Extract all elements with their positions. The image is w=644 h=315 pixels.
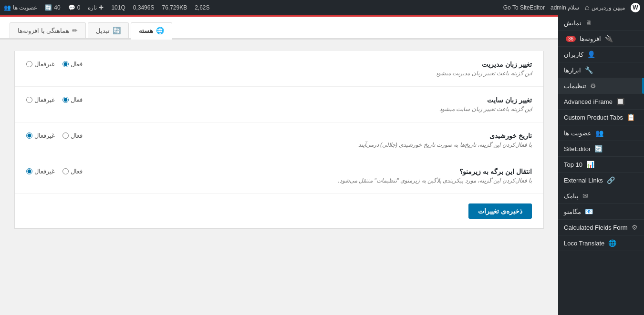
sidebar-item-users[interactable]: 👤 کاربران [558, 47, 644, 62]
home-icon: ⌂ [585, 3, 590, 12]
radio-inactive-input-site-lang[interactable] [26, 97, 32, 103]
comment-icon: 💬 [68, 4, 75, 11]
tab-label-convert: تبدیل [96, 27, 110, 34]
tab-label-core: هسته [139, 27, 153, 34]
radio-inactive-submenu[interactable]: غیرفعال [26, 168, 55, 175]
setting-desc-jalali-date: با فعال‌کردن این گزینه، تاریخ‌ها به صورت… [358, 142, 532, 148]
sidebar-label-payamak: پیامک [564, 193, 579, 200]
radio-active-input-site-lang[interactable] [62, 97, 69, 103]
sidebar-label-site-editor: SiteEditor [564, 145, 591, 152]
sidebar-label-display: نمایش [564, 20, 582, 27]
sidebar-icon-tools: 🔧 [585, 66, 593, 74]
radio-active-label-submenu: فعال [71, 168, 83, 175]
stats-memory: 76,729KB [162, 4, 187, 11]
sidebar-label-settings: تنظیمات [564, 82, 586, 90]
members-icon: 👥 [4, 4, 11, 11]
sidebar-item-loco-translate[interactable]: 🌐 Loco Translate [558, 235, 644, 251]
sidebar-item-tools[interactable]: 🔧 ابزارها [558, 62, 644, 78]
sidebar-label-plugins: افزونه‌ها [580, 35, 601, 42]
sidebar-item-custom-product-tabs[interactable]: 📋 Custom Product Tabs [558, 110, 644, 125]
setting-row-jalali-date: تاریخ خورشیدی با فعال‌کردن این گزینه، تا… [15, 122, 543, 158]
sidebar-icon-custom-product-tabs: 📋 [627, 113, 635, 121]
sidebar-label-calculated-fields: Calculated Fields Form [564, 224, 628, 231]
tab-sync[interactable]: ✏ هماهنگی با افزونه‌ها [10, 22, 86, 38]
setting-title-admin-lang: تغییر زبان مدیریت [436, 61, 532, 68]
sidebar-item-plugins[interactable]: 🔌 افزونه‌ها 36 [558, 31, 644, 47]
goto-siteeditor[interactable]: Go To SiteEditor [503, 4, 545, 11]
tab-icon-core: 🌐 [156, 27, 164, 34]
sidebar-label-magano: مگامنو [564, 208, 581, 215]
radio-inactive-input-submenu[interactable] [26, 168, 32, 174]
tab-convert[interactable]: 🔄 تبدیل [88, 22, 129, 38]
tab-icon-convert: 🔄 [113, 27, 121, 34]
setting-label-submenu: انتقال این برگه به زیرمنو؟ با فعال‌کردن … [338, 168, 532, 184]
setting-label-jalali-date: تاریخ خورشیدی با فعال‌کردن این گزینه، تا… [358, 132, 532, 148]
radio-active-label-admin-lang: فعال [71, 61, 83, 68]
radio-inactive-label-site-lang: غیرفعال [34, 96, 55, 103]
setting-row-submenu: انتقال این برگه به زیرمنو؟ با فعال‌کردن … [15, 158, 543, 194]
fresh-label[interactable]: ✚ تازه [88, 4, 104, 11]
radio-inactive-jalali-date[interactable]: غیرفعال [26, 132, 55, 139]
plugin-tabs: 🌐 هسته 🔄 تبدیل ✏ هماهنگی با افزونه‌ها [0, 17, 558, 40]
setting-desc-admin-lang: این گزینه باعث تغییر زبان مدیریت میشود [436, 70, 532, 77]
sidebar-icon-magano: 📧 [585, 208, 593, 215]
radio-group-submenu: فعال غیرفعال [26, 168, 83, 175]
radio-inactive-input-admin-lang[interactable] [26, 61, 32, 67]
sidebar-item-site-editor[interactable]: 🔄 SiteEditor [558, 141, 644, 157]
radio-active-submenu[interactable]: فعال [62, 168, 83, 175]
sidebar-item-calculated-fields[interactable]: ⚙ Calculated Fields Form [558, 220, 644, 235]
radio-active-input-admin-lang[interactable] [62, 61, 69, 67]
tab-core[interactable]: 🌐 هسته [131, 22, 172, 40]
sidebar-icon-plugins: 🔌 [605, 35, 613, 42]
radio-group-site-lang: فعال غیرفعال [26, 96, 83, 103]
sidebar-label-custom-product-tabs: Custom Product Tabs [564, 114, 623, 121]
sidebar-label-tools: ابزارها [564, 67, 581, 74]
stats-time: 0,3496S [133, 4, 155, 11]
main-content: 🌐 هسته 🔄 تبدیل ✏ هماهنگی با افزونه‌ها تغ… [0, 15, 558, 315]
sidebar-item-top10[interactable]: 📊 Top 10 [558, 157, 644, 173]
sidebar-item-advanced-iframe[interactable]: 🔲 Advanced iFrame [558, 94, 644, 110]
sidebar-label-external-links: External Links [564, 177, 603, 184]
save-row: ذخیره‌ی تغییرات [15, 194, 543, 228]
goto-siteeditor-label: Go To SiteEditor [503, 4, 545, 11]
save-button[interactable]: ذخیره‌ی تغییرات [468, 203, 532, 219]
stats-comments: 2,62S [195, 4, 209, 11]
radio-inactive-label-submenu: غیرفعال [34, 168, 55, 175]
radio-inactive-input-jalali-date[interactable] [26, 132, 32, 139]
setting-label-admin-lang: تغییر زبان مدیریت این گزینه باعث تغییر ز… [436, 61, 532, 77]
members-bar[interactable]: عضویت ها 👥 [4, 4, 37, 11]
sidebar-label-members: عضویت ها [564, 130, 592, 137]
sidebar-icon-settings: ⚙ [590, 82, 596, 90]
setting-label-site-lang: تغییر زبان سایت این گزینه باعث تغییر زبا… [439, 96, 532, 112]
radio-active-jalali-date[interactable]: فعال [62, 132, 83, 139]
sidebar-item-members[interactable]: 👥 عضویت ها [558, 125, 644, 141]
setting-desc-site-lang: این گزینه باعث تغییر زبان سایت میشود [439, 106, 532, 112]
radio-active-admin-lang[interactable]: فعال [62, 61, 83, 68]
sidebar-icon-members: 👥 [595, 129, 603, 137]
radio-active-input-submenu[interactable] [62, 168, 69, 174]
radio-active-site-lang[interactable]: فعال [62, 96, 83, 103]
setting-row-admin-lang: تغییر زبان مدیریت این گزینه باعث تغییر ز… [15, 51, 543, 87]
sidebar-item-settings[interactable]: ⚙ تنظیمات [558, 78, 644, 94]
sidebar-icon-external-links: 🔗 [607, 176, 615, 184]
admin-user[interactable]: سلام admin [551, 4, 579, 11]
admin-bar: W میهن وردپرس ⌂ سلام admin Go To SiteEdi… [0, 0, 644, 15]
wp-logo[interactable]: W [631, 3, 640, 12]
radio-active-input-jalali-date[interactable] [62, 132, 69, 139]
radio-inactive-admin-lang[interactable]: غیرفعال [26, 61, 55, 68]
tab-icon-sync: ✏ [72, 27, 78, 34]
content-area: تغییر زبان مدیریت این گزینه باعث تغییر ز… [0, 40, 558, 240]
sidebar-item-magano[interactable]: 📧 مگامنو [558, 204, 644, 220]
sidebar-icon-advanced-iframe: 🔲 [616, 98, 624, 105]
sidebar-label-loco-translate: Loco Translate [564, 240, 604, 247]
sidebar-item-payamak[interactable]: ✉ پیامک [558, 188, 644, 204]
admin-number: 40 🔄 [45, 4, 60, 11]
site-name[interactable]: میهن وردپرس ⌂ [585, 3, 625, 12]
update-icon: 🔄 [45, 4, 52, 11]
sidebar-item-display[interactable]: 🖥 نمایش [558, 15, 644, 31]
sidebar-item-external-links[interactable]: 🔗 External Links [558, 173, 644, 188]
setting-title-submenu: انتقال این برگه به زیرمنو؟ [338, 168, 532, 175]
radio-inactive-site-lang[interactable]: غیرفعال [26, 96, 55, 103]
tab-label-sync: هماهنگی با افزونه‌ها [18, 27, 69, 34]
sidebar-label-top10: Top 10 [564, 161, 582, 168]
